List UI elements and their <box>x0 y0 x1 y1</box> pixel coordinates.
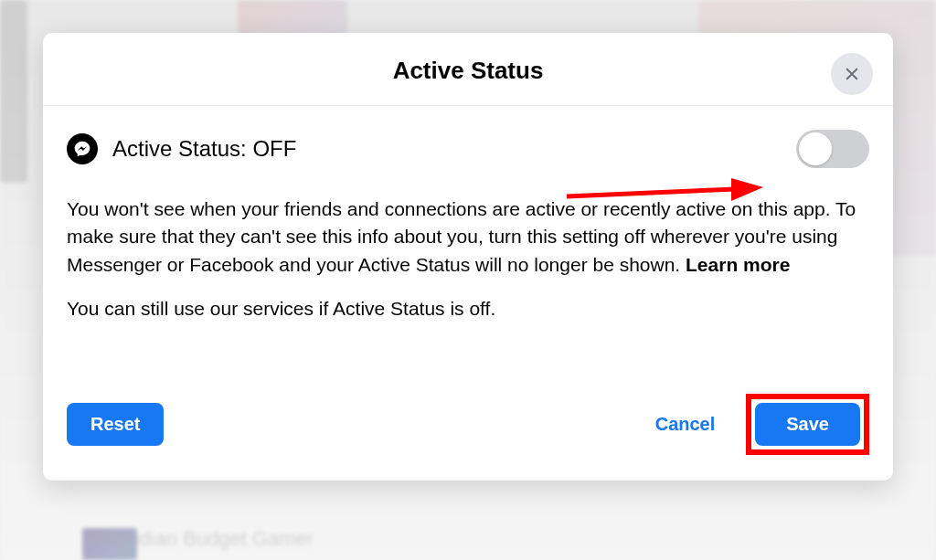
active-status-modal: Active Status Active Status: OFF You won… <box>43 33 893 481</box>
toggle-knob <box>799 132 832 165</box>
footer-right: Cancel Save <box>639 394 869 455</box>
save-highlight-annotation: Save <box>746 394 869 455</box>
status-sub-description: You can still use our services if Active… <box>67 295 869 322</box>
close-button[interactable] <box>831 53 873 95</box>
modal-footer: Reset Cancel Save <box>43 394 893 481</box>
modal-overlay: Active Status Active Status: OFF You won… <box>0 0 936 560</box>
status-label: Active Status: OFF <box>112 136 296 162</box>
modal-header: Active Status <box>43 33 893 106</box>
active-status-toggle[interactable] <box>796 130 869 168</box>
status-row: Active Status: OFF <box>67 130 869 168</box>
status-description: You won't see when your friends and conn… <box>67 195 869 279</box>
cancel-button[interactable]: Cancel <box>639 403 732 446</box>
learn-more-link[interactable]: Learn more <box>686 254 790 275</box>
close-icon <box>842 64 862 84</box>
modal-title: Active Status <box>61 57 875 85</box>
save-button[interactable]: Save <box>755 403 860 446</box>
status-left: Active Status: OFF <box>67 133 296 164</box>
messenger-icon <box>67 133 98 164</box>
reset-button[interactable]: Reset <box>67 403 164 446</box>
modal-body: Active Status: OFF You won't see when yo… <box>43 106 893 394</box>
